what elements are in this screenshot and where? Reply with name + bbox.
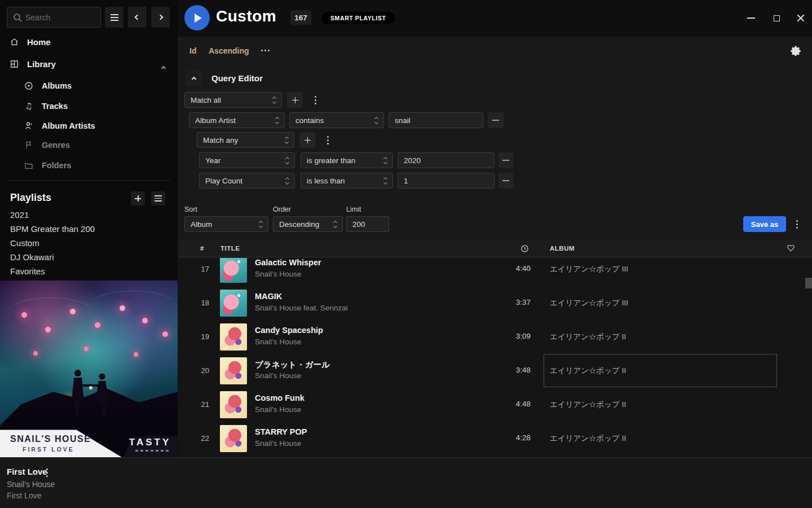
back-button[interactable] — [128, 7, 147, 28]
play-icon — [195, 14, 202, 23]
kebab-icon — [315, 96, 316, 104]
library-collapse-icon[interactable] — [161, 66, 166, 71]
group1-more-button[interactable] — [307, 92, 323, 108]
limit-input[interactable] — [347, 217, 389, 231]
now-playing-album: First Love — [7, 491, 41, 500]
favorite-column-heart-icon[interactable] — [787, 244, 795, 252]
playlist-item[interactable]: BPM Greater than 200 — [10, 224, 95, 234]
track-duration: 4:28 — [491, 433, 531, 442]
track-album: エイリアン☆ポップ III — [550, 298, 628, 308]
playlist-item[interactable]: Favorites — [10, 266, 45, 276]
sidebar-item-album-artists[interactable]: Album Artists — [24, 121, 95, 130]
select-stepper-icon — [285, 137, 288, 143]
table-row[interactable]: 17 Galactic Whisper Snail’s House 4:40 エ… — [178, 258, 812, 286]
table-row[interactable]: 21 Cosmo Funk Snail’s House 4:48 エイリアン☆ポ… — [178, 388, 812, 422]
playlist-item[interactable]: Custom — [10, 238, 39, 248]
chevron-up-icon — [192, 77, 196, 81]
album-art-thumbnail — [220, 425, 247, 452]
maximize-button[interactable] — [771, 13, 782, 23]
plus-icon — [304, 137, 311, 143]
sidebar-item-library[interactable]: Library — [9, 59, 56, 69]
sidebar-item-folders[interactable]: Folders — [24, 161, 71, 170]
select-value: contains — [295, 116, 324, 125]
sidebar-item-albums[interactable]: Albums — [24, 81, 72, 90]
playlist-options-button[interactable] — [151, 191, 165, 205]
condition3-value-input[interactable] — [398, 173, 494, 188]
minus-icon — [502, 160, 509, 161]
order-label: Order — [273, 205, 291, 213]
condition2-operator-select[interactable]: is greater than — [301, 152, 393, 168]
now-playing-artwork[interactable]: SNAIL'S HOUSE FIRST LOVE TASTY — [0, 281, 178, 457]
minimize-button[interactable] — [746, 13, 756, 23]
table-row[interactable]: 22 STARRY POP Snail’s House 4:28 エイリアン☆ポ… — [178, 422, 812, 456]
select-value: Match any — [203, 136, 238, 144]
sidebar-item-tracks[interactable]: ♫ Tracks — [24, 101, 68, 111]
album-art-thumbnail — [220, 258, 247, 283]
query-more-button[interactable] — [791, 216, 803, 232]
match-select-group2[interactable]: Match any — [197, 132, 294, 148]
search-input-wrap — [7, 7, 101, 28]
order-select[interactable]: Descending — [273, 216, 343, 232]
match-select-group1[interactable]: Match all — [184, 92, 282, 108]
track-title: MAGIK — [255, 292, 282, 301]
search-input[interactable] — [25, 7, 98, 27]
forward-button[interactable] — [151, 7, 170, 28]
condition1-value-input[interactable] — [389, 113, 483, 128]
list-sort-field[interactable]: Id — [189, 46, 196, 55]
add-playlist-button[interactable] — [131, 191, 145, 205]
condition2-field-select[interactable]: Year — [199, 152, 295, 168]
query-editor-collapse-button[interactable] — [186, 71, 202, 86]
player-bar: First Love Snail’s House First Love 0:00… — [0, 457, 812, 508]
app-window: Home Library Albums ♫ Tracks Album Artis… — [0, 0, 812, 508]
select-value: Descending — [279, 220, 319, 229]
close-button[interactable] — [796, 13, 806, 23]
track-artist: Snail’s House — [255, 439, 301, 448]
remove-condition3-button[interactable] — [498, 173, 513, 189]
list-sort-direction[interactable]: Ascending — [209, 46, 249, 55]
remove-condition1-button[interactable] — [488, 112, 504, 128]
condition3-operator-select[interactable]: is less than — [301, 173, 393, 189]
album-art-thumbnail — [220, 391, 247, 418]
remove-condition2-button[interactable] — [498, 152, 513, 168]
condition3-field-select[interactable]: Play Count — [199, 173, 295, 189]
condition1-field-select[interactable]: Album Artist — [189, 112, 285, 128]
add-condition-button-group1[interactable] — [287, 92, 303, 108]
condition2-value-input[interactable] — [398, 153, 494, 168]
cover-label-subtext — [135, 450, 169, 452]
column-index[interactable]: # — [200, 245, 204, 252]
sidebar-item-home[interactable]: Home — [9, 37, 51, 47]
now-playing-menu-button[interactable] — [46, 468, 48, 477]
plus-icon — [135, 195, 141, 202]
play-playlist-button[interactable] — [184, 5, 210, 30]
sidebar-item-label: Album Artists — [42, 121, 95, 130]
lantern-string — [6, 297, 96, 331]
settings-gear-icon[interactable] — [790, 45, 801, 56]
column-title[interactable]: TITLE — [220, 245, 240, 252]
group2-more-button[interactable] — [320, 132, 336, 148]
scrollbar-thumb[interactable] — [805, 278, 812, 288]
sidebar-item-label: Tracks — [42, 102, 68, 111]
table-row[interactable]: 18 MAGIK Snail’s House feat. Sennzai 3:3… — [178, 286, 812, 320]
table-row[interactable]: 19 Candy Spaceship Snail’s House 3:09 エイ… — [178, 320, 812, 354]
track-duration: 3:09 — [491, 332, 531, 340]
track-title: プラネット・ガール — [255, 360, 330, 370]
list-more-button[interactable] — [261, 50, 270, 51]
sidebar-item-genres[interactable]: Genres — [24, 141, 70, 150]
add-condition-button-group2[interactable] — [299, 132, 315, 148]
minus-icon — [502, 180, 509, 181]
lantern-lights — [0, 281, 3, 284]
track-title: Candy Spaceship — [255, 326, 323, 335]
menu-button[interactable] — [105, 7, 123, 28]
save-as-button[interactable]: Save as — [743, 216, 786, 232]
lantern-string — [85, 291, 178, 328]
table-row[interactable]: 20 プラネット・ガール Snail’s House 3:48 エイリアン☆ポッ… — [178, 354, 812, 388]
list-icon — [155, 195, 162, 201]
condition1-operator-select[interactable]: contains — [289, 112, 384, 128]
playlist-item[interactable]: 2021 — [10, 210, 29, 220]
kebab-icon — [46, 468, 48, 470]
playlist-item[interactable]: DJ Okawari — [10, 252, 54, 262]
select-value: Year — [205, 156, 220, 165]
sort-select[interactable]: Album — [184, 216, 268, 232]
column-album[interactable]: ALBUM — [550, 245, 575, 252]
duration-clock-icon[interactable] — [520, 244, 529, 253]
